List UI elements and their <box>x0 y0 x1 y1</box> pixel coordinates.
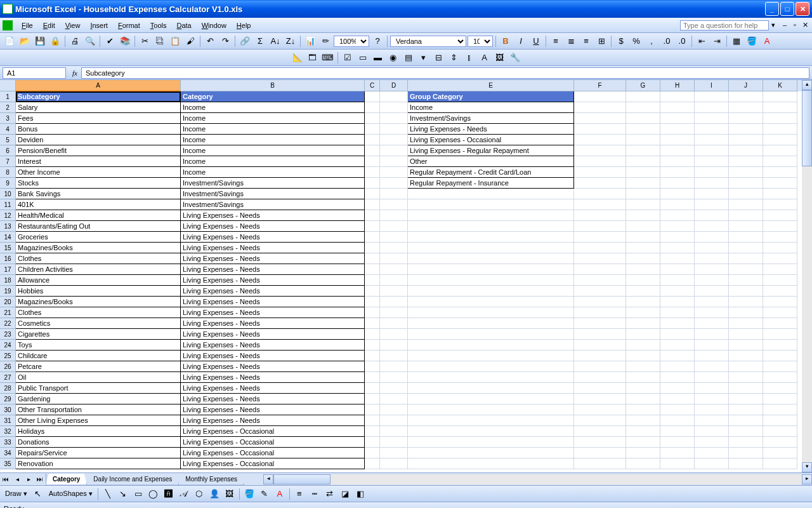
minimize-button[interactable]: _ <box>765 2 779 16</box>
cell-C13[interactable] <box>365 221 380 232</box>
print-preview-button[interactable]: 🔍 <box>83 34 97 48</box>
cell-C10[interactable] <box>365 189 380 199</box>
cell-B5[interactable]: Income <box>181 135 365 145</box>
cell-B8[interactable]: Income <box>181 167 365 178</box>
help-search-input[interactable] <box>680 20 769 30</box>
cell-A26[interactable]: Petcare <box>16 361 181 372</box>
cell-H20[interactable] <box>660 297 695 307</box>
cell-E32[interactable] <box>408 426 574 437</box>
cell-G29[interactable] <box>626 394 660 404</box>
row-header-30[interactable]: 30 <box>0 404 16 415</box>
wordart-button[interactable]: 𝒜 <box>177 487 191 501</box>
cell-B29[interactable]: Living Expenses - Needs <box>181 394 365 404</box>
cell-G22[interactable] <box>626 318 660 329</box>
cell-B35[interactable]: Living Expenses - Occasional <box>181 458 365 469</box>
cell-E8[interactable]: Regular Repayment - Credit Card/Loan <box>408 167 574 178</box>
cell-D18[interactable] <box>380 275 408 286</box>
cell-H33[interactable] <box>660 437 695 448</box>
cell-A30[interactable]: Other Transportation <box>16 404 181 415</box>
menu-view[interactable]: View <box>60 20 86 30</box>
row-header-24[interactable]: 24 <box>0 340 16 351</box>
cell-F14[interactable] <box>574 232 626 243</box>
cell-C7[interactable] <box>365 156 380 167</box>
cell-I31[interactable] <box>695 415 729 426</box>
cell-C3[interactable] <box>365 113 380 124</box>
cell-D34[interactable] <box>380 448 408 458</box>
cell-A17[interactable]: Children Activities <box>16 264 181 275</box>
cell-I24[interactable] <box>695 340 729 351</box>
cell-K11[interactable] <box>763 199 797 210</box>
cell-H31[interactable] <box>660 415 695 426</box>
command-button-control[interactable]: ▬ <box>371 51 385 65</box>
cell-H9[interactable] <box>660 178 695 189</box>
cell-H13[interactable] <box>660 221 695 232</box>
cell-J27[interactable] <box>729 372 763 383</box>
cell-K20[interactable] <box>763 297 797 307</box>
cell-C20[interactable] <box>365 297 380 307</box>
row-header-15[interactable]: 15 <box>0 243 16 253</box>
cell-K14[interactable] <box>763 232 797 243</box>
cell-D24[interactable] <box>380 340 408 351</box>
row-header-6[interactable]: 6 <box>0 145 16 156</box>
cell-K1[interactable] <box>763 91 797 102</box>
cell-F31[interactable] <box>574 415 626 426</box>
cell-G15[interactable] <box>626 243 660 253</box>
cell-K19[interactable] <box>763 286 797 297</box>
cell-grid[interactable]: SubcategoryCategoryGroup CategorySalaryI… <box>16 91 802 469</box>
cell-A8[interactable]: Other Income <box>16 167 181 178</box>
cell-I21[interactable] <box>695 307 729 318</box>
cell-B25[interactable]: Living Expenses - Needs <box>181 351 365 361</box>
help-dropdown-icon[interactable]: ▾ <box>771 21 775 29</box>
cell-F26[interactable] <box>574 361 626 372</box>
cell-I2[interactable] <box>695 102 729 113</box>
row-header-12[interactable]: 12 <box>0 210 16 221</box>
cell-H14[interactable] <box>660 232 695 243</box>
combobox-control-button[interactable]: ▾ <box>417 51 431 65</box>
cell-I35[interactable] <box>695 458 729 469</box>
row-header-28[interactable]: 28 <box>0 383 16 394</box>
cell-B9[interactable]: Investment/Savings <box>181 178 365 189</box>
cell-G25[interactable] <box>626 351 660 361</box>
cell-D23[interactable] <box>380 329 408 340</box>
cell-E31[interactable] <box>408 415 574 426</box>
design-mode-button[interactable]: 📐 <box>291 51 304 65</box>
menu-help[interactable]: Help <box>232 20 256 30</box>
sort-desc-button[interactable]: Z↓ <box>284 34 298 48</box>
cell-H32[interactable] <box>660 426 695 437</box>
cell-D26[interactable] <box>380 361 408 372</box>
cell-K22[interactable] <box>763 318 797 329</box>
cell-B27[interactable]: Living Expenses - Needs <box>181 372 365 383</box>
cell-D11[interactable] <box>380 199 408 210</box>
cell-B12[interactable]: Living Expenses - Needs <box>181 210 365 221</box>
cell-K35[interactable] <box>763 458 797 469</box>
cell-D2[interactable] <box>380 102 408 113</box>
cell-K6[interactable] <box>763 145 797 156</box>
cell-I6[interactable] <box>695 145 729 156</box>
row-header-16[interactable]: 16 <box>0 253 16 264</box>
column-header-J[interactable]: J <box>729 80 763 91</box>
cell-C28[interactable] <box>365 383 380 394</box>
arrow-tool-button[interactable]: ↘ <box>116 487 130 501</box>
cell-F18[interactable] <box>574 275 626 286</box>
cell-D14[interactable] <box>380 232 408 243</box>
paste-button[interactable]: 📋 <box>168 34 182 48</box>
cell-H15[interactable] <box>660 243 695 253</box>
font-color-button[interactable]: A <box>760 34 774 48</box>
cell-K25[interactable] <box>763 351 797 361</box>
cell-D19[interactable] <box>380 286 408 297</box>
cell-G13[interactable] <box>626 221 660 232</box>
cell-E22[interactable] <box>408 318 574 329</box>
cell-A22[interactable]: Cosmetics <box>16 318 181 329</box>
cell-A27[interactable]: Oil <box>16 372 181 383</box>
doc-restore-button[interactable]: ▫ <box>790 21 799 30</box>
cell-C31[interactable] <box>365 415 380 426</box>
cell-G3[interactable] <box>626 113 660 124</box>
cell-A10[interactable]: Bank Savings <box>16 189 181 199</box>
cell-C11[interactable] <box>365 199 380 210</box>
line-tool-button[interactable]: ╲ <box>101 487 115 501</box>
cell-E27[interactable] <box>408 372 574 383</box>
cell-H12[interactable] <box>660 210 695 221</box>
column-header-B[interactable]: B <box>181 80 365 91</box>
cell-C33[interactable] <box>365 437 380 448</box>
select-all-corner[interactable] <box>0 80 16 91</box>
